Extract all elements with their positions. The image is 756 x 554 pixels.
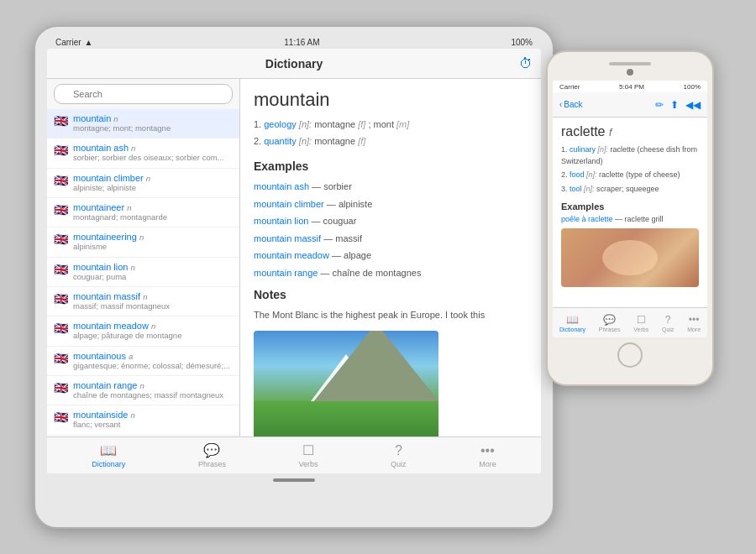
uk-flag-icon: 🇬🇧 (54, 292, 68, 306)
iphone-example-item: poêle à raclette — raclette grill (561, 215, 699, 223)
example-item: mountain climber — alpiniste (254, 197, 528, 212)
ipad-home-indicator (273, 478, 315, 482)
iphone-home-button[interactable] (617, 342, 643, 368)
iphone-device: Carrier 5:04 PM 100% ‹ Back ✏ ⬆ ◀◀ racle… (546, 50, 714, 386)
word-text: mountain climber n alpiniste; alpiniste (73, 173, 150, 193)
iphone-entry-title: raclette f (561, 124, 699, 139)
iphone-tab-label: More (687, 327, 701, 332)
example-word: mountain climber (254, 199, 324, 209)
audio-icon[interactable]: ◀◀ (685, 99, 701, 111)
word-subtitle: alpinisme (73, 242, 144, 252)
word-subtitle: massif; massif montagneux (73, 301, 170, 311)
iphone-nav-bar: ‹ Back ✏ ⬆ ◀◀ (553, 92, 707, 118)
scene: Carrier ▲ 11:16 AM 100% Dictionary ⏱ 🔍 (17, 17, 739, 537)
mountain-photo (254, 331, 438, 437)
uk-flag-icon: 🇬🇧 (54, 174, 68, 187)
word-subtitle: chaîne de montagnes; massif montagneux (73, 390, 223, 400)
word-text: mountain range n chaîne de montagnes; ma… (73, 380, 223, 400)
example-item: mountain massif — massif (254, 232, 528, 246)
chevron-left-icon: ‹ (559, 100, 562, 109)
iphone-tab-label: Quiz (662, 327, 674, 332)
iphone-tab-more[interactable]: •••More (687, 314, 701, 332)
word-list-item[interactable]: 🇬🇧 mountaineer n montagnard; montagnarde (47, 198, 239, 227)
ipad-time: 11:16 AM (284, 38, 319, 47)
mountain-body (309, 331, 438, 407)
word-title: mountain climber n (73, 173, 150, 183)
tab-label: Phrases (198, 460, 226, 468)
iphone-tab-bar: 📖Dictionary💬Phrases☐Verbs?Quiz•••More (553, 307, 707, 337)
history-button[interactable]: ⏱ (519, 56, 533, 71)
word-list-item[interactable]: 🇬🇧 mountain ash n sorbier; sorbier des o… (47, 138, 239, 168)
uk-flag-icon: 🇬🇧 (54, 203, 68, 217)
word-text: mountain n montagne; mont; montagne (73, 113, 171, 133)
word-title: mountain meadow n (73, 321, 181, 331)
grass (254, 401, 438, 437)
search-input[interactable] (54, 84, 233, 104)
example-word: mountain massif (254, 233, 321, 243)
ipad-screen: Dictionary ⏱ 🔍 🇬🇧 mou (47, 49, 541, 473)
tab-label: Verbs (298, 460, 318, 468)
tab-label: Dictionary (92, 460, 125, 468)
word-list-item[interactable]: 🇬🇧 mountain range n chaîne de montagnes;… (47, 376, 239, 405)
iphone-carrier: Carrier (559, 83, 580, 91)
uk-flag-icon: 🇬🇧 (54, 410, 68, 424)
uk-flag-icon: 🇬🇧 (54, 352, 68, 365)
word-list-item[interactable]: 🇬🇧 mountaineering n alpinisme (47, 227, 239, 257)
iphone-nav-icons: ✏ ⬆ ◀◀ (655, 99, 701, 111)
example-item: mountain ash — sorbier (254, 180, 528, 194)
tab-quiz[interactable]: ?Quiz (391, 443, 407, 468)
iphone-tab-verbs[interactable]: ☐Verbs (633, 314, 648, 332)
uk-flag-icon: 🇬🇧 (54, 144, 68, 157)
search-container: 🔍 (54, 84, 233, 104)
word-text: mountain ash n sorbier; sorbier des oise… (73, 143, 224, 163)
iphone-examples-heading: Examples (561, 201, 699, 212)
notes-heading: Notes (254, 288, 528, 301)
word-title: mountain lion n (73, 262, 135, 272)
word-list-item[interactable]: 🇬🇧 mountain n montagne; mont; montagne (47, 109, 239, 138)
word-text: mountain lion n couguar; puma (73, 262, 135, 282)
word-list-item[interactable]: 🇬🇧 mountain meadow n alpage; pâturage de… (47, 316, 239, 346)
word-title: mountain ash n (73, 143, 224, 153)
tab-phrases[interactable]: 💬Phrases (198, 442, 226, 468)
notes-text: The Mont Blanc is the highest peak in Eu… (254, 308, 528, 322)
word-list-item[interactable]: 🇬🇧 mountainside n flanc; versant (47, 405, 239, 435)
edit-icon[interactable]: ✏ (655, 99, 664, 111)
word-title: mountaineering n (73, 232, 144, 242)
word-subtitle: sorbier; sorbier des oiseaux; sorbier co… (73, 153, 224, 163)
tab-dictionary[interactable]: 📖Dictionary (92, 442, 125, 468)
iphone-tab-dictionary[interactable]: 📖Dictionary (559, 314, 585, 332)
word-list-item[interactable]: 🇬🇧 mountain climber n alpiniste; alpinis… (47, 169, 239, 198)
iphone-tab-label: Verbs (633, 327, 648, 332)
uk-flag-icon: 🇬🇧 (54, 114, 68, 128)
word-title: mountainside n (73, 410, 135, 420)
tab-verbs[interactable]: ☐Verbs (298, 442, 318, 468)
ipad-battery: 100% (511, 38, 533, 47)
iphone-tab-phrases[interactable]: 💬Phrases (599, 314, 621, 332)
back-button[interactable]: ‹ Back (559, 100, 583, 109)
word-list-item[interactable]: 🇬🇧 mountain massif n massif; massif mont… (47, 287, 239, 316)
tab-label: More (479, 460, 496, 468)
examples-heading: Examples (254, 159, 528, 173)
iphone-word: raclette (561, 124, 605, 138)
word-title: mountainous a (73, 351, 230, 361)
ipad-status-bar: Carrier ▲ 11:16 AM 100% (42, 35, 546, 49)
ipad-nav-bar: Dictionary ⏱ (47, 49, 541, 79)
iphone-tab-icon: ••• (689, 314, 700, 326)
iphone-camera (627, 69, 633, 76)
tab-more[interactable]: •••More (479, 443, 496, 468)
example-word: mountain meadow (254, 250, 329, 260)
word-list-item[interactable]: 🇬🇧 mountain lion n couguar; puma (47, 258, 239, 287)
word-subtitle: montagne; mont; montagne (73, 123, 171, 133)
word-subtitle: montagnard; montagnarde (73, 212, 167, 222)
word-list-item[interactable]: 🇬🇧 mountainous a gigantesque; énorme; co… (47, 347, 239, 376)
word-list: 🇬🇧 mountain n montagne; mont; montagne 🇬… (47, 109, 239, 436)
ipad-nav-title: Dictionary (265, 57, 323, 71)
iphone-definitions: 1. culinary [n]: raclette (cheese dish f… (561, 144, 699, 195)
tab-icon: 📖 (100, 442, 117, 458)
example-word: mountain ash (254, 181, 309, 191)
share-icon[interactable]: ⬆ (670, 99, 679, 111)
iphone-examples-list: poêle à raclette — raclette grill (561, 215, 699, 223)
tab-icon: 💬 (203, 442, 220, 458)
word-text: mountain meadow n alpage; pâturage de mo… (73, 321, 181, 341)
iphone-tab-quiz[interactable]: ?Quiz (662, 314, 674, 332)
